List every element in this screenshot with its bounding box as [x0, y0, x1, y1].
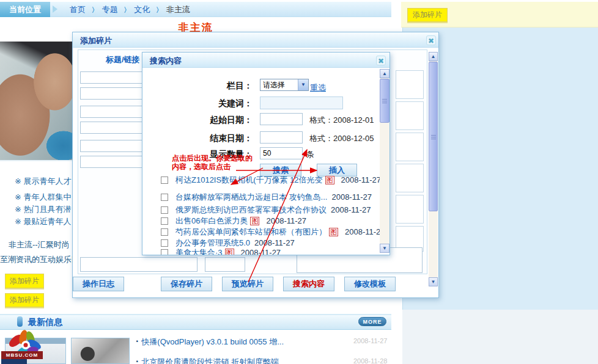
result-checkbox[interactable]: [161, 217, 168, 225]
column-select-value: 请选择: [263, 81, 285, 89]
site-logo: MBSU.COM: [0, 330, 49, 364]
dialog-action-button[interactable]: 保存碎片: [161, 277, 212, 291]
start-date-input[interactable]: [260, 113, 303, 125]
content-box[interactable]: [396, 133, 424, 161]
tagline-1: 非主流--汇聚时尚: [9, 239, 70, 250]
news-thumbnail-2[interactable]: [71, 338, 130, 364]
scroll-up-icon[interactable]: ▲: [429, 52, 438, 61]
result-date: 2008-11-27: [241, 248, 281, 255]
content-box[interactable]: [396, 164, 424, 192]
scrollbar-thumb[interactable]: [380, 79, 389, 123]
image-badge: 图: [329, 228, 338, 236]
bullet-icon: ·: [136, 356, 139, 364]
thumb-grip: [382, 101, 387, 101]
dialog-action-button[interactable]: 操作日志: [73, 277, 124, 291]
title-input[interactable]: [80, 106, 149, 118]
dialog-action-button[interactable]: 搜索内容: [283, 277, 334, 291]
result-date: 2008-11-27: [341, 175, 382, 184]
bottom-title-input[interactable]: [80, 257, 197, 272]
title-input[interactable]: [80, 140, 149, 152]
result-date: 2008-11-27: [331, 205, 371, 214]
result-title[interactable]: 芍药居公寓单间紧邻车站望和桥（有图片）: [175, 227, 327, 236]
scroll-down-icon[interactable]: ▼: [380, 244, 389, 253]
content-box[interactable]: [396, 101, 424, 130]
news-link[interactable]: 北京限价房遭阶段性滞销 折射制度弊端: [141, 357, 279, 364]
news-link[interactable]: 快播(QvodPlayer) v3.0.1 build 0055 增...: [141, 337, 284, 346]
feature-item: ※ 热门且具有潜: [15, 204, 72, 215]
breadcrumb-item[interactable]: 非主流: [166, 5, 190, 14]
current-location-tab: 当前位置: [0, 2, 50, 17]
column-select[interactable]: 请选择 ▼: [260, 79, 309, 91]
image-badge: 图: [225, 249, 234, 255]
title-input[interactable]: [80, 71, 149, 84]
tagline-2: 至潮资讯的互动娱乐网: [0, 254, 79, 265]
count-input[interactable]: [260, 147, 303, 159]
close-icon[interactable]: ✖: [426, 35, 436, 45]
search-content-dialog: 搜索内容 ✖ 栏目： 请选择 ▼ 重选 关建词： 起始日期： 格式：2008-1…: [142, 52, 390, 255]
add-fragment-button-left-1[interactable]: 添加碎片: [5, 274, 44, 288]
result-row: 出售06年白色派力奥图2008-11-27: [142, 216, 378, 226]
result-row: 芍药居公寓单间紧邻车站望和桥（有图片）图2008-11-27: [142, 227, 378, 237]
title-link-column-header: 标题/链接: [106, 54, 140, 65]
result-title[interactable]: 出售06年白色派力奥: [175, 216, 248, 225]
result-checkbox[interactable]: [161, 249, 168, 255]
breadcrumb-separator-icon: 〉: [156, 6, 163, 13]
dialog-action-button[interactable]: 修改模板: [344, 277, 396, 291]
result-checkbox[interactable]: [161, 228, 168, 236]
breadcrumb-item[interactable]: 文化: [134, 5, 150, 14]
result-title[interactable]: 美食大集合·3: [175, 248, 223, 255]
result-row: 美食大集合·3图2008-11-27: [142, 247, 378, 255]
link-input[interactable]: [80, 87, 149, 100]
count-unit: 条: [306, 149, 314, 160]
scroll-up-icon[interactable]: ▲: [380, 69, 389, 78]
dialog-scrollbar[interactable]: ▲ ▼: [429, 52, 438, 286]
result-checkbox[interactable]: [161, 206, 168, 214]
add-fragment-button-left-2[interactable]: 添加碎片: [5, 293, 44, 307]
breadcrumb-item[interactable]: 首页: [70, 5, 86, 14]
news-date: 2008-11-27: [353, 337, 387, 344]
result-checkbox[interactable]: [161, 239, 168, 247]
result-row: 俄罗斯总统到访巴西签署军事技术合作协议2008-11-27: [142, 205, 378, 215]
dialog-scrollbar[interactable]: ▲ ▼: [380, 69, 389, 253]
search-results-list: 台媒称解放军两栖战力远超日本 攻钓鱼岛...2008-11-27 俄罗斯总统到访…: [142, 175, 378, 255]
result-date: 2008-11-27: [254, 238, 295, 247]
scrollbar-thumb[interactable]: [429, 62, 438, 211]
dialog-title: 添加碎片: [80, 35, 112, 46]
keyword-input[interactable]: [260, 96, 343, 109]
end-date-label: 结束日期：: [142, 133, 253, 144]
result-title[interactable]: 柯达Z1012IS数码相机(千万像素 12倍光变: [175, 175, 323, 184]
result-title[interactable]: 办公事务管理系统5.0: [175, 238, 250, 247]
result-title[interactable]: 台媒称解放军两栖战力远超日本 攻钓鱼岛...: [175, 192, 327, 202]
result-date: 2008-11-27: [331, 192, 372, 202]
result-checkbox[interactable]: [161, 177, 168, 184]
feature-item: ※ 展示青年人才: [15, 176, 72, 187]
news-section-title: 最新信息: [28, 317, 62, 328]
bottom-link-input[interactable]: [205, 257, 245, 272]
result-title[interactable]: 俄罗斯总统到访巴西签署军事技术合作协议: [175, 205, 327, 214]
news-pill-icon: [17, 316, 23, 327]
dialog-action-button[interactable]: 预览碎片: [222, 277, 273, 291]
result-row: 台媒称解放军两栖战力远超日本 攻钓鱼岛...2008-11-27: [142, 192, 378, 202]
logo-base: [1, 359, 27, 364]
logo-text: MBSU.COM: [1, 351, 43, 359]
news-row: ·北京限价房遭阶段性滞销 折射制度弊端 2008-11-28: [136, 356, 391, 364]
link-input[interactable]: [80, 122, 149, 134]
breadcrumb-deco-arrow-icon: [53, 5, 61, 13]
feature-photo: [0, 42, 72, 161]
link-input[interactable]: [80, 156, 149, 168]
right-column-bottom: [402, 310, 598, 364]
add-fragment-button-top[interactable]: 添加碎片: [407, 8, 448, 22]
close-icon[interactable]: ✖: [376, 56, 386, 65]
content-box[interactable]: [396, 195, 424, 224]
breadcrumb: 首页 〉专题 〉文化 〉非主流: [62, 2, 190, 17]
content-box[interactable]: [396, 70, 424, 99]
result-checkbox[interactable]: [161, 194, 168, 201]
reselect-link[interactable]: 重选: [310, 82, 326, 93]
more-button[interactable]: MORE: [358, 317, 386, 326]
chevron-down-icon[interactable]: ▼: [298, 79, 308, 90]
end-date-input[interactable]: [260, 131, 303, 144]
breadcrumb-item[interactable]: 专题: [102, 5, 118, 14]
breadcrumb-separator-icon: 〉: [124, 6, 130, 13]
image-badge: 图: [250, 217, 259, 225]
thumb-grip: [431, 137, 436, 137]
